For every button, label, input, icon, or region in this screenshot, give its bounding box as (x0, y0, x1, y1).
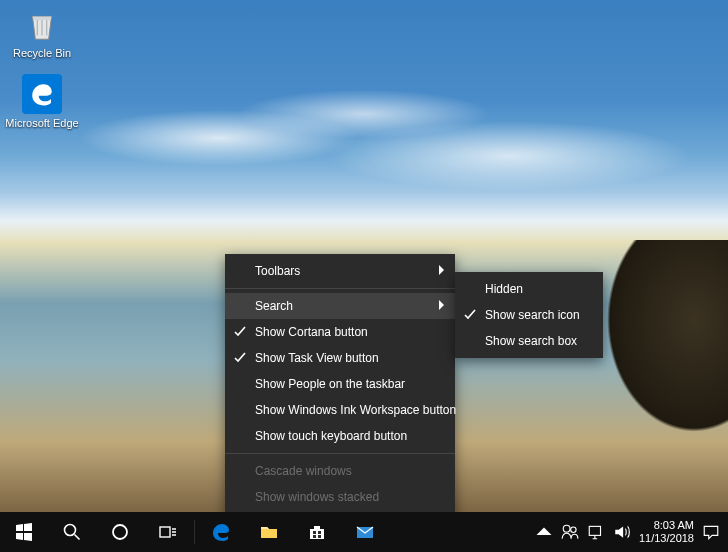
svg-rect-7 (313, 535, 316, 538)
mail-icon (355, 522, 375, 542)
taskbar-app-edge[interactable] (197, 512, 245, 552)
action-center-icon[interactable] (702, 523, 720, 541)
network-icon[interactable] (587, 523, 605, 541)
svg-point-11 (571, 527, 576, 532)
menu-item-show-people[interactable]: Show People on the taskbar (225, 371, 455, 397)
menu-separator (225, 288, 455, 289)
menu-item-label: Show Windows Ink Workspace button (255, 403, 456, 417)
desktop-icon-recycle-bin[interactable]: Recycle Bin (4, 4, 80, 59)
cortana-icon (110, 522, 130, 542)
tray-time: 8:03 AM (639, 519, 694, 532)
search-icon (62, 522, 82, 542)
desktop[interactable]: Recycle Bin Microsoft Edge Toolbars Sear… (0, 0, 728, 552)
submenu-item-hidden[interactable]: Hidden (455, 276, 603, 302)
svg-rect-4 (160, 527, 170, 537)
taskbar-app-explorer[interactable] (245, 512, 293, 552)
menu-item-label: Search (255, 299, 293, 313)
desktop-icon-label: Recycle Bin (4, 47, 80, 59)
menu-item-label: Show People on the taskbar (255, 377, 405, 391)
check-icon (234, 326, 246, 338)
start-button[interactable] (0, 512, 48, 552)
task-view-icon (158, 522, 178, 542)
menu-item-label: Show search box (485, 334, 577, 348)
search-button[interactable] (48, 512, 96, 552)
folder-icon (259, 522, 279, 542)
menu-item-label: Cascade windows (255, 464, 352, 478)
menu-item-label: Show touch keyboard button (255, 429, 407, 443)
taskbar-app-store[interactable] (293, 512, 341, 552)
menu-item-search[interactable]: Search (225, 293, 455, 319)
menu-item-show-ink[interactable]: Show Windows Ink Workspace button (225, 397, 455, 423)
people-icon[interactable] (561, 523, 579, 541)
svg-rect-8 (318, 535, 321, 538)
menu-item-toolbars[interactable]: Toolbars (225, 258, 455, 284)
svg-point-10 (563, 525, 570, 532)
svg-rect-5 (313, 531, 316, 534)
menu-separator (225, 453, 455, 454)
menu-item-stacked: Show windows stacked (225, 484, 455, 510)
store-icon (307, 522, 327, 542)
menu-item-label: Show Task View button (255, 351, 379, 365)
taskbar-app-mail[interactable] (341, 512, 389, 552)
volume-icon[interactable] (613, 523, 631, 541)
menu-item-show-cortana[interactable]: Show Cortana button (225, 319, 455, 345)
menu-item-label: Hidden (485, 282, 523, 296)
taskbar: 8:03 AM 11/13/2018 (0, 512, 728, 552)
edge-icon (211, 522, 231, 542)
tray-date: 11/13/2018 (639, 532, 694, 545)
chevron-right-icon (437, 299, 445, 313)
desktop-icon-label: Microsoft Edge (4, 117, 80, 129)
system-tray: 8:03 AM 11/13/2018 (527, 512, 728, 552)
submenu-item-show-search-icon[interactable]: Show search icon (455, 302, 603, 328)
taskbar-separator (194, 520, 195, 544)
recycle-bin-icon (22, 4, 62, 44)
desktop-icon-edge[interactable]: Microsoft Edge (4, 74, 80, 129)
chevron-right-icon (437, 264, 445, 278)
cortana-button[interactable] (96, 512, 144, 552)
menu-item-show-touch-keyboard[interactable]: Show touch keyboard button (225, 423, 455, 449)
check-icon (464, 309, 476, 321)
tray-chevron-up-icon[interactable] (535, 523, 553, 541)
search-submenu: Hidden Show search icon Show search box (455, 272, 603, 358)
task-view-button[interactable] (144, 512, 192, 552)
svg-point-3 (113, 525, 127, 539)
menu-item-label: Show windows stacked (255, 490, 379, 504)
svg-rect-12 (589, 526, 600, 535)
submenu-item-show-search-box[interactable]: Show search box (455, 328, 603, 354)
tray-clock[interactable]: 8:03 AM 11/13/2018 (639, 519, 694, 545)
menu-item-label: Show Cortana button (255, 325, 368, 339)
svg-point-2 (65, 525, 76, 536)
check-icon (234, 352, 246, 364)
menu-item-label: Toolbars (255, 264, 300, 278)
windows-icon (14, 522, 34, 542)
edge-icon (22, 74, 62, 114)
svg-rect-6 (318, 531, 321, 534)
menu-item-label: Show search icon (485, 308, 580, 322)
taskbar-context-menu: Toolbars Search Show Cortana button Show… (225, 254, 455, 552)
wallpaper-clouds (0, 90, 728, 210)
menu-item-cascade: Cascade windows (225, 458, 455, 484)
menu-item-show-task-view[interactable]: Show Task View button (225, 345, 455, 371)
